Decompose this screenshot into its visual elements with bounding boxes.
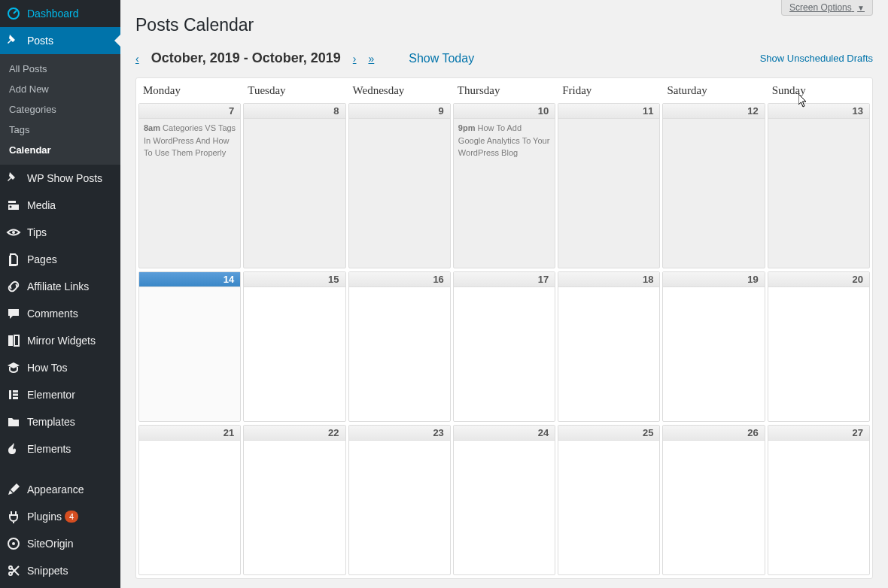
sidebar-item-dashboard[interactable]: Dashboard bbox=[0, 0, 120, 27]
calendar-day-cell[interactable]: 15 bbox=[243, 271, 345, 422]
sidebar-item-mirror-widgets[interactable]: Mirror Widgets bbox=[0, 327, 120, 354]
submenu-item-add-new[interactable]: Add New bbox=[0, 79, 120, 99]
svg-rect-7 bbox=[13, 394, 18, 396]
calendar-day-cell[interactable]: 109pm How To Add Google Analytics To You… bbox=[453, 103, 555, 268]
admin-sidebar: DashboardPostsAll PostsAdd NewCategories… bbox=[0, 0, 120, 588]
calendar-day-cell[interactable]: 19 bbox=[662, 271, 765, 422]
jump-forward-button[interactable]: » bbox=[368, 53, 374, 65]
sidebar-item-siteorigin[interactable]: SiteOrigin bbox=[0, 530, 120, 557]
calendar-day-cell[interactable]: 11 bbox=[558, 103, 660, 268]
day-number: 13 bbox=[768, 104, 869, 119]
sidebar-item-affiliate-links[interactable]: Affiliate Links bbox=[0, 273, 120, 300]
sidebar-item-label: Posts bbox=[27, 35, 53, 47]
plugin-icon bbox=[6, 509, 21, 524]
dashboard-icon bbox=[6, 6, 21, 21]
sidebar-item-label: How Tos bbox=[27, 362, 67, 374]
sidebar-item-label: Elements bbox=[27, 443, 71, 455]
calendar-day-cell[interactable]: 13 bbox=[768, 103, 870, 268]
day-number: 18 bbox=[558, 272, 659, 287]
scissors-icon bbox=[6, 563, 21, 578]
day-number: 12 bbox=[663, 104, 764, 119]
sidebar-item-tips[interactable]: Tips bbox=[0, 219, 120, 246]
page-title: Posts Calendar bbox=[135, 0, 873, 43]
sidebar-item-snippets[interactable]: Snippets bbox=[0, 557, 120, 584]
sidebar-item-label: Templates bbox=[27, 416, 75, 428]
sidebar-item-media[interactable]: Media bbox=[0, 192, 120, 219]
calendar-day-cell[interactable]: 23 bbox=[348, 425, 451, 575]
sidebar-item-label: Pages bbox=[27, 253, 57, 265]
svg-rect-6 bbox=[13, 390, 18, 393]
calendar-day-cell[interactable]: 8 bbox=[243, 103, 345, 268]
sidebar-item-label: Comments bbox=[27, 308, 78, 320]
day-header: Friday bbox=[558, 78, 660, 103]
calendar-day-cell[interactable]: 25 bbox=[558, 425, 660, 575]
sidebar-item-posts[interactable]: Posts bbox=[0, 27, 120, 54]
sidebar-item-comments[interactable]: Comments bbox=[0, 300, 120, 327]
submenu-item-all-posts[interactable]: All Posts bbox=[0, 59, 120, 79]
calendar-day-cell[interactable]: 27 bbox=[768, 425, 870, 575]
sidebar-item-pages[interactable]: Pages bbox=[0, 246, 120, 273]
calendar-event[interactable]: 9pm How To Add Google Analytics To Your … bbox=[454, 119, 555, 162]
day-header: Sunday bbox=[768, 78, 870, 103]
day-number: 27 bbox=[768, 426, 869, 441]
calendar-day-cell[interactable]: 20 bbox=[768, 271, 870, 422]
calendar-day-cell[interactable]: 78am Categories VS Tags In WordPress And… bbox=[138, 103, 241, 268]
calendar-day-cell[interactable]: 18 bbox=[558, 271, 660, 422]
sidebar-item-how-tos[interactable]: How Tos bbox=[0, 354, 120, 381]
update-count-badge: 4 bbox=[65, 511, 78, 523]
calendar-day-cell[interactable]: 12 bbox=[662, 103, 765, 268]
sidebar-item-label: Dashboard bbox=[27, 8, 79, 20]
svg-rect-5 bbox=[9, 390, 11, 399]
day-number: 25 bbox=[558, 426, 659, 441]
calendar-day-cell[interactable]: 24 bbox=[453, 425, 555, 575]
calendar-day-cell[interactable]: 26 bbox=[662, 425, 765, 575]
sidebar-item-wp-show-posts[interactable]: WP Show Posts bbox=[0, 165, 120, 192]
pin-icon bbox=[6, 33, 21, 48]
next-period-button[interactable]: › bbox=[353, 53, 357, 65]
screen-options-label: Screen Options bbox=[789, 2, 852, 13]
sidebar-item-appearance[interactable]: Appearance bbox=[0, 476, 120, 503]
calendar-day-cell[interactable]: 17 bbox=[453, 271, 555, 422]
submenu-item-categories[interactable]: Categories bbox=[0, 99, 120, 120]
svg-rect-3 bbox=[8, 335, 13, 346]
day-number: 15 bbox=[244, 272, 345, 287]
submenu-item-calendar[interactable]: Calendar bbox=[0, 140, 120, 160]
calendar-grid: MondayTuesdayWednesdayThursdayFridaySatu… bbox=[135, 77, 873, 579]
calendar-day-cell[interactable]: 22 bbox=[243, 425, 345, 575]
sidebar-item-elementor[interactable]: Elementor bbox=[0, 381, 120, 408]
sidebar-item-label: Affiliate Links bbox=[27, 280, 89, 292]
sidebar-item-label: Appearance bbox=[27, 483, 84, 496]
day-number: 22 bbox=[244, 426, 345, 441]
svg-point-11 bbox=[9, 566, 12, 569]
sidebar-item-label: WP Show Posts bbox=[27, 172, 102, 184]
sidebar-item-label: Tips bbox=[27, 226, 47, 238]
show-unscheduled-drafts-link[interactable]: Show Unscheduled Drafts bbox=[760, 53, 873, 64]
sidebar-item-label: Snippets bbox=[27, 565, 68, 577]
day-number: 23 bbox=[349, 426, 450, 441]
screen-options-tab[interactable]: Screen Options ▼ bbox=[781, 0, 873, 16]
sidebar-item-plugins[interactable]: Plugins4 bbox=[0, 503, 120, 530]
pages-icon bbox=[6, 252, 21, 267]
sidebar-item-templates[interactable]: Templates bbox=[0, 408, 120, 435]
sidebar-item-label: Plugins bbox=[27, 511, 62, 523]
prev-period-button[interactable]: ‹ bbox=[135, 53, 139, 65]
day-header: Tuesday bbox=[243, 78, 345, 103]
show-today-link[interactable]: Show Today bbox=[409, 52, 474, 65]
siteorigin-icon bbox=[6, 536, 21, 551]
event-time: 9pm bbox=[458, 123, 476, 132]
day-headers-row: MondayTuesdayWednesdayThursdayFridaySatu… bbox=[136, 78, 872, 103]
submenu-item-tags[interactable]: Tags bbox=[0, 120, 120, 140]
calendar-day-cell[interactable]: 14 bbox=[138, 271, 241, 422]
svg-point-2 bbox=[12, 231, 15, 234]
calendar-day-cell[interactable]: 16 bbox=[348, 271, 451, 422]
sidebar-item-elements[interactable]: Elements bbox=[0, 435, 120, 462]
day-header: Saturday bbox=[662, 78, 765, 103]
day-number: 9 bbox=[349, 104, 450, 119]
svg-point-1 bbox=[10, 206, 12, 208]
svg-rect-8 bbox=[13, 397, 18, 399]
calendar-day-cell[interactable]: 21 bbox=[138, 425, 241, 575]
brush-icon bbox=[6, 482, 21, 497]
calendar-event[interactable]: 8am Categories VS Tags In WordPress And … bbox=[139, 119, 240, 162]
day-header: Monday bbox=[138, 78, 241, 103]
calendar-day-cell[interactable]: 9 bbox=[348, 103, 451, 268]
